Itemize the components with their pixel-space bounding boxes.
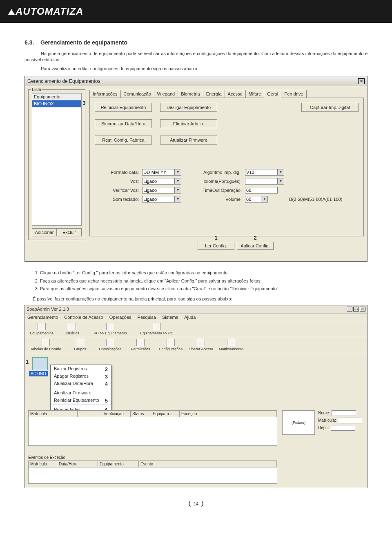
tab-pendrive[interactable]: Pen drive [281, 90, 306, 98]
verify-voice-combo[interactable] [142, 187, 175, 194]
lista-group: Lista Equipamento BIO INOX Adicionar Exc… [28, 89, 85, 240]
chevron-down-icon[interactable]: ▼ [175, 196, 181, 202]
lista-selected-item[interactable]: BIO INOX [32, 100, 82, 107]
minimize-icon[interactable]: _ [347, 307, 352, 311]
tab-mifare[interactable]: Mifare [245, 90, 265, 98]
tool-usuarios[interactable]: Usuários [58, 323, 86, 335]
config-action-buttons: 1 Ler Config. 2 Aplicar Config. [198, 235, 274, 250]
menu-sistema[interactable]: Sistema [162, 315, 178, 320]
menu-operacoes[interactable]: Operações [109, 315, 131, 320]
soapadmin-titlebar: SoapAdmin Ver 2.1.3 _ ▭ ✕ [25, 305, 367, 314]
device-icon [38, 323, 46, 330]
keysound-combo[interactable] [142, 196, 175, 202]
page-content: 6.3. Gerenciamento de equipamento Na jan… [0, 23, 392, 515]
device-thumbnail-icon[interactable] [32, 357, 48, 370]
chevron-down-icon[interactable]: ▼ [175, 169, 181, 176]
tool-tabelas-horario[interactable]: Tabelas de Horário [27, 339, 64, 351]
apply-config-button[interactable]: Aplicar Config. [237, 242, 274, 250]
tool-monitoramento[interactable]: Monitoramento [217, 339, 245, 351]
chevron-down-icon[interactable]: ▼ [175, 187, 181, 194]
brand-logo: AUTOMATIZA [8, 6, 83, 17]
label-date-format: Formato data: [95, 170, 139, 175]
capture-fingerprint-button[interactable]: Capturar Imp.Digital [301, 103, 359, 112]
tool-pc-to-equip[interactable]: PC >> Equipamento [88, 323, 133, 335]
ctx-atualizar-datahora[interactable]: Atualizar Data/Hora 4 [51, 380, 111, 387]
menu-ajuda[interactable]: Ajuda [184, 315, 196, 320]
tool-liberar-acesso[interactable]: Liberar Acesso [187, 339, 215, 351]
close-icon[interactable]: ✕ [360, 307, 365, 311]
dept-field[interactable] [331, 425, 355, 431]
step-2: Faça as alterações que achar necessário … [40, 278, 368, 284]
clock-icon [42, 339, 50, 346]
sync-datetime-button[interactable]: Sincronizar Data/Hora [95, 119, 152, 128]
tab-strip: Informações Comunicação Wiegand Biometri… [89, 90, 364, 98]
matricula-field[interactable] [338, 418, 362, 423]
ev-col-matricula: Matrícula [29, 461, 57, 467]
ctx-baixar-registros[interactable]: Baixar Registros 2 [51, 365, 111, 372]
page-footer: 14 [24, 501, 368, 507]
events-grid-body [28, 467, 277, 484]
tool-configuracoes[interactable]: Configurações [156, 339, 185, 351]
window-title: Gerenciamento de Equipamentos [27, 76, 100, 86]
label-nome: Nome: [318, 411, 330, 415]
tool-equipamentos[interactable]: Equipamentos [27, 323, 56, 335]
tool-grupos[interactable]: Grupos [66, 339, 94, 351]
shutdown-equipment-button[interactable]: Desligar Equipamento [160, 103, 217, 112]
window-titlebar: Gerenciamento de Equipamentos ✕ [25, 76, 367, 86]
voice-combo[interactable] [142, 178, 175, 185]
timeout-input[interactable] [245, 187, 278, 194]
chevron-down-icon[interactable]: ▼ [278, 178, 284, 185]
tool-permissoes[interactable]: Permissões [126, 339, 155, 351]
spinner-icon[interactable]: ▾ [261, 196, 268, 202]
factory-reset-button[interactable]: Rest. Config. Fabrica [95, 136, 152, 145]
nome-field[interactable] [332, 410, 356, 416]
tab-acesso[interactable]: Acesso [225, 90, 246, 98]
gear-icon [167, 339, 175, 346]
close-icon[interactable]: ✕ [358, 78, 365, 84]
unlock-icon [197, 339, 205, 346]
delete-button[interactable]: Excluir [57, 228, 82, 236]
add-button[interactable]: Adicionar [32, 228, 57, 236]
col-status: Status [131, 411, 151, 417]
label-fp-algorithm: Algoritmo imp. dig.: [186, 170, 242, 175]
fp-algorithm-combo[interactable] [245, 169, 278, 176]
device-label[interactable]: BIO INO [29, 371, 48, 376]
ctx-reiniciar-equipamento[interactable]: Reiniciar Equipamento 5 [51, 396, 111, 404]
col-blank1 [53, 411, 78, 417]
tab-energia[interactable]: Energia [203, 90, 225, 98]
ev-col-datahora: Data/Hora [57, 461, 98, 467]
arrow-left-icon [153, 323, 161, 330]
chevron-down-icon[interactable]: ▼ [175, 178, 181, 185]
menu-gerenciamento[interactable]: Gerenciamento [27, 315, 58, 320]
callout-2: 2 [254, 235, 256, 241]
col-verificacao: Verificação [102, 411, 131, 417]
tool-equip-to-pc[interactable]: Equipamento >> PC [134, 323, 179, 335]
equipment-management-window: Gerenciamento de Equipamentos ✕ Lista Eq… [24, 76, 368, 262]
tool-combinacoes[interactable]: Combinações [96, 339, 125, 351]
read-config-button[interactable]: Ler Config. [198, 242, 234, 250]
tab-geral[interactable]: Geral [264, 90, 281, 98]
menu-controle-acesso[interactable]: Controle de Acesso [64, 315, 103, 320]
tool-label: PC >> Equipamento [94, 331, 127, 335]
ctx-apagar-registros[interactable]: Apagar Registros 3 [51, 372, 111, 380]
tool-label: Monitoramento [219, 347, 243, 351]
restart-equipment-button[interactable]: Reiniciar Equipamento [95, 103, 152, 112]
tab-wiegand[interactable]: Wiegand [154, 90, 178, 98]
tool-label: Usuários [65, 331, 79, 335]
settings-form: Formato data: ▼ Algoritmo imp. dig.: ▼ V… [95, 169, 359, 202]
update-firmware-button[interactable]: Atualizar Firmware [160, 136, 217, 145]
date-format-combo[interactable] [142, 169, 175, 176]
label-timeout: TimeOut Operação: [186, 188, 242, 193]
tab-comunicacao[interactable]: Comunicação [120, 90, 154, 98]
language-combo[interactable] [245, 178, 278, 185]
tab-informacoes[interactable]: Informações [89, 90, 121, 98]
records-grid-body [28, 417, 277, 446]
ctx-atualizar-firmware[interactable]: Atualizar Firmware [51, 389, 111, 396]
tab-biometria[interactable]: Biometria [178, 90, 203, 98]
remove-admin-button[interactable]: Eliminar Admin. [160, 119, 217, 128]
chevron-down-icon[interactable]: ▼ [278, 169, 284, 176]
menu-pesquisa[interactable]: Pesquisa [138, 315, 156, 320]
maximize-icon[interactable]: ▭ [353, 307, 359, 311]
volume-spinner[interactable] [245, 196, 261, 202]
main-canvas: 1 BIO INO Baixar Registros 2 Apagar Regi… [25, 353, 367, 488]
